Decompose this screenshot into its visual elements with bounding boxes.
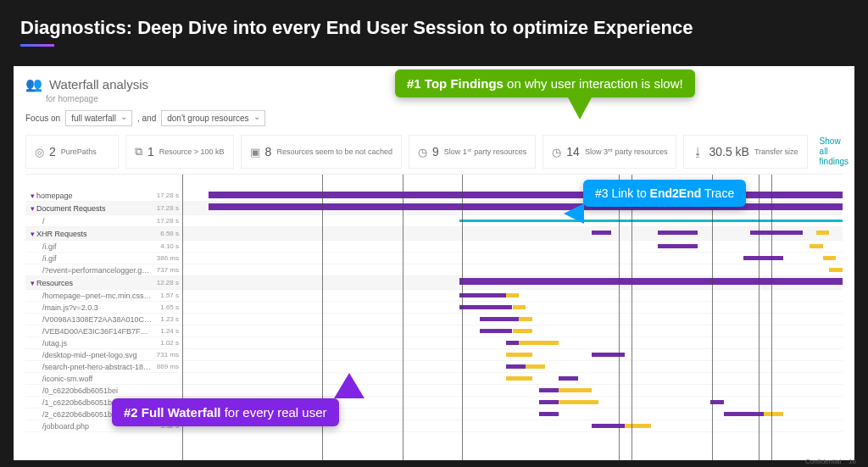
finding-label: PurePaths [61, 147, 97, 156]
waterfall-row[interactable]: /0_c6220b6db6051bei [25, 385, 843, 397]
show-all-findings-link[interactable]: Show all findings [815, 136, 849, 167]
callout-full-waterfall: #2 Full Waterfall for every real user [112, 398, 339, 426]
timeline-gridline [771, 175, 772, 460]
callout-3-tail [564, 203, 584, 224]
waterfall-group-row[interactable]: ▾XHR Requests6.58 s [25, 227, 843, 241]
timing-bar [625, 424, 651, 428]
row-name: / [25, 217, 153, 225]
finding-icon: ▣ [250, 146, 260, 158]
waterfall-row[interactable]: /search-pnet-hero-abstract-1820.jpg869 m… [25, 361, 843, 373]
chevron-down-icon: ▾ [31, 204, 35, 213]
row-chart [182, 227, 843, 240]
callout-2-tail [334, 373, 364, 398]
title-underline [20, 44, 54, 47]
row-time: 4.10 s [153, 242, 182, 250]
row-name: /desktop-mid--pnet-logo.svg [25, 351, 153, 359]
row-chart [182, 361, 843, 372]
finding-icon: ◎ [35, 146, 44, 158]
row-time: 17.28 s [153, 217, 182, 225]
callout-1-tail [568, 97, 592, 120]
finding-value: 1 [147, 145, 154, 158]
waterfall-row[interactable]: /V0098A1308E72AA38A010C335275EAFB11.23 s [25, 314, 843, 325]
timing-bar [592, 424, 625, 428]
group-dropdown[interactable]: don't group resources [161, 110, 264, 126]
timing-bar [519, 341, 559, 345]
waterfall-row[interactable]: /VEB4D00AE3IC36F14FB7FB1E9F9EDF6521.24 s [25, 325, 843, 337]
timing-bar [724, 412, 764, 416]
callout-link-trace: #3 Link to End2End Trace [583, 180, 746, 207]
page-number: 16 [849, 458, 856, 465]
row-name: /iconic-sm.woff [25, 375, 153, 383]
row-chart [182, 325, 843, 336]
waterfall-row[interactable]: /17.28 s [25, 215, 843, 227]
timing-bar [459, 305, 512, 309]
row-name: ▾Resources [25, 279, 153, 287]
callout-3-bold: End2End [650, 186, 702, 200]
timing-bar [658, 244, 698, 248]
row-chart [182, 253, 843, 264]
finding-card[interactable]: ⭳30.5 kBTransfer size [683, 135, 807, 169]
waterfall-row[interactable]: /homepage--pnet--mc.min.css?v=201902…1.5… [25, 290, 843, 302]
row-name: ▾homepage [25, 192, 153, 200]
timing-bar [480, 317, 520, 321]
row-time: 386 ms [153, 254, 182, 262]
timing-bar [539, 400, 559, 404]
row-name: /search-pnet-hero-abstract-1820.jpg [25, 363, 153, 371]
row-name: /V0098A1308E72AA38A010C335275EAFB1 [25, 315, 153, 324]
timing-bar [764, 412, 783, 416]
timeline-gridline [759, 175, 760, 460]
row-name: /i.gif [25, 254, 153, 263]
findings-row: ◎2PurePaths⧉1Resource > 100 kB▣8Resource… [14, 135, 854, 169]
row-chart [182, 302, 843, 313]
row-name: /i.gif [25, 242, 153, 251]
chevron-down-icon: ▾ [31, 230, 35, 238]
finding-value: 30.5 kB [709, 145, 748, 158]
row-name: ▾XHR Requests [25, 230, 153, 238]
finding-value: 8 [265, 145, 272, 158]
finding-card[interactable]: ▣8Resources seem to be not cached [241, 135, 402, 169]
timing-bar [592, 231, 611, 235]
timing-bar [513, 305, 526, 309]
timing-bar [513, 329, 532, 333]
filter-controls: Focus on full waterfall , and don't grou… [14, 103, 854, 135]
waterfall-row[interactable]: /i.gif386 ms [25, 253, 843, 264]
finding-card[interactable]: ⧉1Resource > 100 kB [125, 135, 234, 169]
focus-dropdown[interactable]: full waterfall [65, 110, 132, 126]
timing-bar [459, 278, 843, 285]
finding-icon: ◷ [552, 146, 561, 158]
finding-card[interactable]: ◷9Slow 1ˢᵗ party resources [409, 135, 536, 169]
timeline-gridline [632, 175, 632, 460]
timing-bar [816, 231, 830, 235]
callout-1-text: on why user interaction is slow! [504, 76, 683, 91]
timing-bar [480, 329, 513, 333]
waterfall-group-row[interactable]: ▾Resources12.28 s [25, 276, 843, 290]
timing-bar [506, 293, 520, 297]
waterfall-row[interactable]: /utag.js1.02 s [25, 337, 843, 349]
row-time: 1.23 s [153, 315, 182, 323]
row-name: /0_c6220b6db6051bei [25, 386, 153, 395]
row-name: /utag.js [25, 339, 153, 347]
timing-bar [559, 388, 592, 392]
waterfall-row[interactable]: /main.js?v=2.0.31.65 s [25, 302, 843, 314]
timing-bar [743, 256, 783, 260]
timing-bar [559, 400, 598, 404]
waterfall-row[interactable]: /i.gif4.10 s [25, 241, 843, 253]
timeline-gridline [619, 175, 620, 460]
finding-icon: ◷ [418, 146, 427, 158]
timing-bar [506, 376, 532, 381]
timing-bar [592, 353, 625, 357]
row-chart [182, 373, 843, 384]
timing-bar [559, 376, 578, 381]
row-chart [182, 385, 843, 396]
slide-header: Diagnostics: Deep Dive into every End Us… [0, 0, 868, 53]
waterfall-row[interactable]: /?event=performancelogger.general.logP…7… [25, 264, 843, 276]
row-name: /VEB4D00AE3IC36F14FB7FB1E9F9EDF652 [25, 327, 153, 336]
waterfall-row[interactable]: /iconic-sm.woff [25, 373, 843, 385]
waterfall-row[interactable]: /desktop-mid--pnet-logo.svg731 ms [25, 349, 843, 361]
timing-bar [810, 244, 823, 248]
row-name: /homepage--pnet--mc.min.css?v=201902… [25, 292, 153, 300]
row-chart [182, 349, 843, 360]
finding-card[interactable]: ◷14Slow 3ʳᵈ party resources [542, 135, 676, 169]
finding-card[interactable]: ◎2PurePaths [25, 135, 119, 169]
finding-label: Resource > 100 kB [159, 147, 225, 156]
